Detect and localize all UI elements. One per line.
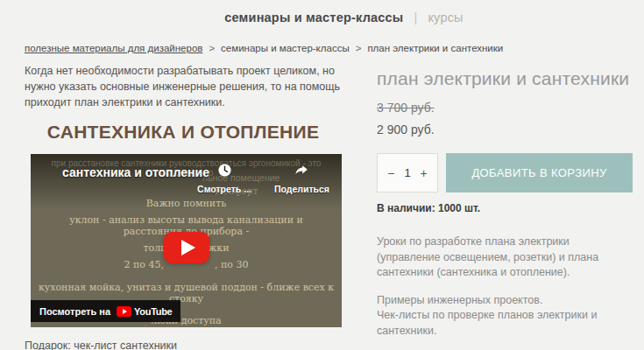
left-column: Когда нет необходимости разрабатывать пр… — [25, 63, 364, 350]
breadcrumb-separator: > — [356, 43, 362, 53]
purchase-controls: − 1 + ДОБАВИТЬ В КОРЗИНУ — [377, 153, 633, 192]
current-price: 2 900 руб. — [377, 122, 633, 136]
old-price: 3 700 руб. — [377, 101, 633, 115]
breadcrumb-link-seminars[interactable]: семинары и мастер-классы — [221, 43, 350, 53]
product-title: план электрики и сантехники — [377, 68, 633, 89]
slide-line-part: 2 по 45, — [124, 259, 164, 270]
share-arrow-icon — [294, 163, 309, 181]
gift-note: Подарок: чек-лист сантехники — [25, 340, 364, 350]
description-line: Примеры инженерных проектов. — [377, 293, 633, 309]
play-icon — [181, 240, 195, 256]
watch-on-label: Посмотреть на — [39, 306, 110, 317]
play-button[interactable] — [164, 232, 209, 263]
slide-line: Важно помнить — [31, 198, 342, 209]
breadcrumb-current-page: план электрики и сантехники — [367, 43, 503, 53]
description-line: Чек-листы по проверке планов электрики и… — [377, 308, 633, 339]
nav-separator: | — [414, 10, 417, 24]
share-button[interactable]: Поделиться — [274, 163, 329, 194]
product-description: Уроки по разработке плана электрики (упр… — [377, 234, 633, 281]
video-player[interactable]: при расстановке сантехники руководствова… — [31, 154, 342, 327]
product-description-extra: Примеры инженерных проектов. Чек-листы п… — [377, 293, 633, 340]
nav-link-seminars[interactable]: семинары и мастер-классы — [224, 10, 403, 24]
video-title-link[interactable]: сантехника и отопление — [62, 165, 209, 179]
breadcrumb: полезные материалы для дизайнеров>семина… — [25, 43, 503, 53]
watch-later-label: Смотреть ... — [197, 184, 251, 194]
add-to-cart-button[interactable]: ДОБАВИТЬ В КОРЗИНУ — [446, 153, 633, 192]
top-navigation: семинары и мастер-классы|курсы — [0, 10, 644, 24]
youtube-wordmark: YouTube — [134, 306, 172, 317]
product-panel: план электрики и сантехники 3 700 руб. 2… — [377, 68, 633, 350]
slide-line-part: , по 30 — [215, 259, 248, 270]
stock-status: В наличии: 1000 шт. — [377, 202, 633, 214]
share-label: Поделиться — [274, 184, 329, 194]
quantity-stepper: − 1 + — [377, 153, 438, 192]
video-actions: Смотреть ... Поделиться — [197, 163, 329, 194]
quantity-decrease-button[interactable]: − — [386, 166, 396, 180]
section-heading: САНТЕХНИКА И ОТОПЛЕНИЕ — [25, 122, 342, 143]
intro-text: Когда нет необходимости разрабатывать пр… — [25, 63, 354, 110]
clock-icon — [217, 163, 232, 181]
watch-on-youtube-button[interactable]: Посмотреть на YouTube — [31, 300, 180, 322]
watch-later-button[interactable]: Смотреть ... — [197, 163, 251, 194]
breadcrumb-separator: > — [209, 43, 215, 53]
quantity-increase-button[interactable]: + — [419, 166, 429, 180]
breadcrumb-link-materials[interactable]: полезные материалы для дизайнеров — [25, 43, 202, 53]
nav-link-courses[interactable]: курсы — [428, 10, 463, 24]
quantity-value[interactable]: 1 — [404, 166, 410, 179]
youtube-logo-icon: YouTube — [117, 306, 172, 317]
